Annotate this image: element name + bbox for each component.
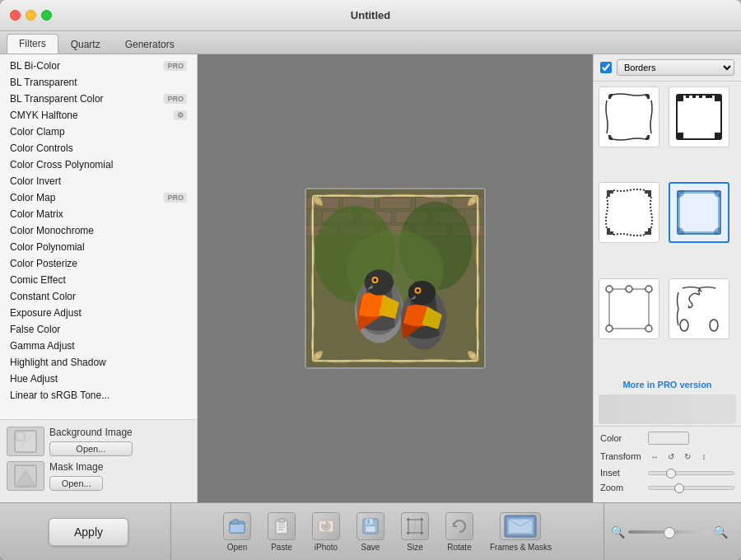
inset-label: Inset xyxy=(600,468,643,478)
filter-item-color-monochrome[interactable]: Color Monochrome xyxy=(0,222,197,239)
filter-item-hue-adjust[interactable]: Hue Adjust xyxy=(0,371,197,387)
mask-image-row: Mask Image Open... xyxy=(7,461,190,491)
svg-point-58 xyxy=(626,286,632,292)
filter-label: Linear to sRGB Tone... xyxy=(10,390,110,401)
filter-item-color-controls[interactable]: Color Controls xyxy=(0,140,197,156)
border-thumb-3[interactable] xyxy=(599,182,659,243)
titlebar: Untitled xyxy=(0,0,741,31)
pro-banner[interactable]: More in PRO version xyxy=(594,376,741,393)
filter-item-bl-transparent-color[interactable]: BL Transparent ColorPRO xyxy=(0,91,197,107)
color-swatch[interactable] xyxy=(648,432,689,445)
filter-item-highlight-and-shadow[interactable]: Highlight and Shadow xyxy=(0,354,197,371)
filter-item-linear-to-srgb-tone...[interactable]: Linear to sRGB Tone... xyxy=(0,387,197,404)
filter-label: Comic Effect xyxy=(10,274,66,286)
toolbar-size-button[interactable]: Size xyxy=(394,509,436,555)
svg-point-57 xyxy=(606,286,613,292)
svg-rect-37 xyxy=(677,95,721,139)
svg-rect-8 xyxy=(379,198,411,209)
rotate-left-icon[interactable]: ↺ xyxy=(664,450,678,463)
traffic-lights xyxy=(10,10,52,21)
rotate-right-icon[interactable]: ↻ xyxy=(681,450,694,463)
open-icon xyxy=(223,512,251,540)
toolbar-iphoto-button[interactable]: iPhoto xyxy=(305,509,347,555)
background-image-label: Background Image xyxy=(49,427,133,438)
svg-rect-46 xyxy=(709,95,712,98)
filter-badge: ⚙ xyxy=(174,110,187,120)
filter-badge: PRO xyxy=(164,61,187,71)
border-thumb-6[interactable] xyxy=(669,278,729,339)
zoom-out-icon[interactable]: 🔍 xyxy=(611,525,625,539)
size-icon xyxy=(401,512,429,540)
apply-button[interactable]: Apply xyxy=(49,518,128,546)
filter-item-bl-bi-color[interactable]: BL Bi-ColorPRO xyxy=(0,58,197,74)
tabbar: Filters Quartz Generators xyxy=(0,31,741,54)
filter-label: Highlight and Shadow xyxy=(10,357,106,368)
filter-item-cmyk-halftone[interactable]: CMYK Halftone⚙ xyxy=(0,107,197,124)
svg-point-63 xyxy=(710,320,718,331)
pro-preview xyxy=(599,394,736,424)
filter-item-comic-effect[interactable]: Comic Effect xyxy=(0,272,197,288)
save-label: Save xyxy=(361,543,380,552)
tab-quartz[interactable]: Quartz xyxy=(58,35,113,54)
maximize-button[interactable] xyxy=(41,10,52,21)
filter-item-gamma-adjust[interactable]: Gamma Adjust xyxy=(0,338,197,354)
apply-section: Apply xyxy=(7,503,171,560)
svg-rect-56 xyxy=(679,193,719,232)
mask-open-button[interactable]: Open... xyxy=(49,476,103,491)
filter-item-color-invert[interactable]: Color Invert xyxy=(0,173,197,189)
zoom-slider-right[interactable] xyxy=(648,486,734,490)
svg-rect-39 xyxy=(715,95,721,101)
flip-vertical-icon[interactable]: ↕ xyxy=(697,450,711,463)
tab-generators[interactable]: Generators xyxy=(113,35,187,54)
filter-item-color-map[interactable]: Color MapPRO xyxy=(0,189,197,206)
tab-filters[interactable]: Filters xyxy=(7,34,58,54)
toolbar-buttons: Open Paste iPhoto Save xyxy=(171,509,604,555)
filter-label: False Color xyxy=(10,324,60,335)
filter-item-constant-color[interactable]: Constant Color xyxy=(0,288,197,305)
filter-label: Color Polynomial xyxy=(10,241,85,253)
controls-area: Color Transform ↔ ↺ ↻ ↕ Inset xyxy=(594,426,741,502)
svg-point-62 xyxy=(680,320,688,331)
minimize-button[interactable] xyxy=(26,10,36,21)
filter-item-color-clamp[interactable]: Color Clamp xyxy=(0,124,197,140)
toolbar-open-button[interactable]: Open xyxy=(217,509,258,555)
toolbar-rotate-button[interactable]: Rotate xyxy=(439,509,480,555)
mask-image-label: Mask Image xyxy=(49,461,103,473)
border-thumb-2[interactable] xyxy=(669,86,729,147)
border-thumb-4[interactable] xyxy=(669,182,729,243)
border-thumb-5[interactable] xyxy=(599,278,659,339)
svg-rect-38 xyxy=(677,95,683,101)
filter-item-color-matrix[interactable]: Color Matrix xyxy=(0,206,197,222)
toolbar-paste-button[interactable]: Paste xyxy=(261,509,302,555)
open-label: Open xyxy=(227,543,247,552)
filter-item-exposure-adjust[interactable]: Exposure Adjust xyxy=(0,305,197,321)
filter-label: Color Posterize xyxy=(10,258,77,269)
zoom-in-icon[interactable]: 🔍 xyxy=(714,525,728,539)
toolbar-frames-button[interactable]: Frames & Masks xyxy=(483,509,558,555)
close-button[interactable] xyxy=(10,10,21,21)
flip-horizontal-icon[interactable]: ↔ xyxy=(648,450,661,463)
rotate-icon xyxy=(445,512,473,540)
frames-icon xyxy=(500,512,541,540)
filter-item-false-color[interactable]: False Color xyxy=(0,321,197,338)
svg-rect-78 xyxy=(367,520,370,524)
border-thumb-1[interactable] xyxy=(599,86,659,147)
filter-item-color-polynomial[interactable]: Color Polynomial xyxy=(0,239,197,255)
filter-label: BL Bi-Color xyxy=(10,60,60,72)
filter-item-color-posterize[interactable]: Color Posterize xyxy=(0,255,197,272)
svg-rect-44 xyxy=(699,95,702,98)
svg-point-27 xyxy=(373,278,376,282)
borders-select[interactable]: Borders xyxy=(617,59,734,76)
canvas-area xyxy=(198,54,593,502)
background-open-button[interactable]: Open... xyxy=(49,441,133,456)
zoom-slider-bottom[interactable] xyxy=(628,530,711,534)
filter-label: CMYK Halftone xyxy=(10,110,78,121)
inset-slider[interactable] xyxy=(648,471,734,475)
filter-item-color-cross-polynomial[interactable]: Color Cross Polynomial xyxy=(0,156,197,173)
background-image-row: Background Image Open... xyxy=(7,427,190,456)
filter-label: Gamma Adjust xyxy=(10,340,75,352)
bottom-toolbar: Apply Open Paste iPhoto xyxy=(0,502,741,560)
filter-item-bl-transparent[interactable]: BL Transparent xyxy=(0,74,197,91)
toolbar-save-button[interactable]: Save xyxy=(350,509,391,555)
borders-checkbox[interactable] xyxy=(600,62,612,73)
